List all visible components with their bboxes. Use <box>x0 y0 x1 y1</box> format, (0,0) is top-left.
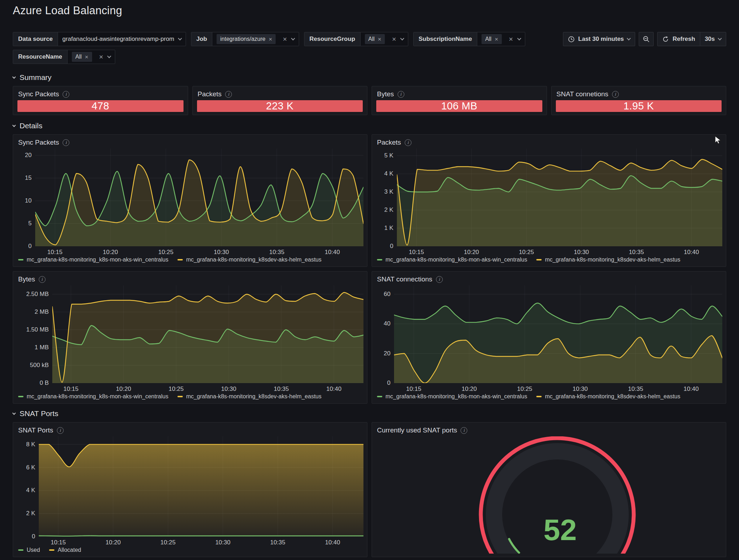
filter-resource-group: ResourceGroup All× × <box>304 32 408 46</box>
resource-name-chip[interactable]: All× <box>72 52 92 62</box>
filter-label: ResourceGroup <box>304 32 360 46</box>
details-charts: Sync Packetsi 20151050 10:1510:2010:2510… <box>13 134 726 404</box>
refresh-button[interactable]: Refresh <box>658 32 700 46</box>
svg-text:52: 52 <box>543 513 576 546</box>
info-icon[interactable]: i <box>461 427 467 434</box>
time-series-plot[interactable] <box>52 285 363 383</box>
y-axis: 2.50 MB2 MB1.50 MB1 MB500 kB0 B <box>17 285 52 383</box>
gauge-chart[interactable]: 52 <box>376 436 722 554</box>
panel-bytes-chart: Bytesi 2.50 MB2 MB1.50 MB1 MB500 kB0 B 1… <box>13 271 367 404</box>
legend-item[interactable]: mc_grafana-k8s-monitoring_k8sdev-aks-hel… <box>536 257 680 263</box>
legend: mc_grafana-k8s-monitoring_k8s-mon-aks-wi… <box>376 256 722 264</box>
stat-packets: Packetsi 223 K <box>192 86 368 115</box>
legend-item[interactable]: mc_grafana-k8s-monitoring_k8sdev-aks-hel… <box>536 393 680 400</box>
refresh-interval-value: 30s <box>705 36 715 43</box>
legend-item[interactable]: Allocated <box>49 547 81 553</box>
stat-value: 223 K <box>197 100 363 112</box>
chip-label: All <box>368 36 375 42</box>
series-swatch <box>536 396 542 397</box>
legend-item[interactable]: mc_grafana-k8s-monitoring_k8s-mon-aks-wi… <box>377 257 527 263</box>
datasource-select[interactable]: grafanacloud-awsintegrationrevamp-prom <box>58 32 186 46</box>
section-title: Details <box>20 122 42 130</box>
time-range-picker[interactable]: Last 30 minutes <box>563 32 636 46</box>
info-icon[interactable]: i <box>225 91 232 98</box>
refresh-interval-select[interactable]: 30s <box>700 32 726 46</box>
zoom-out-button[interactable] <box>639 32 654 46</box>
chevron-down-icon[interactable] <box>517 36 521 40</box>
clock-icon <box>568 36 575 43</box>
panel-sync-packets-chart: Sync Packetsi 20151050 10:1510:2010:2510… <box>13 134 367 267</box>
legend: mc_grafana-k8s-monitoring_k8s-mon-aks-wi… <box>376 393 722 400</box>
section-details[interactable]: Details <box>13 122 726 130</box>
chevron-down-icon[interactable] <box>400 36 404 40</box>
clear-icon[interactable]: × <box>99 53 103 60</box>
chip-remove-icon[interactable]: × <box>495 36 498 42</box>
clear-icon[interactable]: × <box>392 36 396 43</box>
refresh-group: Refresh 30s <box>657 32 726 46</box>
info-icon[interactable]: i <box>63 139 69 146</box>
panel-title: Sync Packets <box>18 139 59 146</box>
panel-title: Bytes <box>18 275 35 283</box>
job-chip[interactable]: integrations/azure× <box>217 34 276 44</box>
chevron-down-icon[interactable] <box>291 36 295 40</box>
legend-item[interactable]: mc_grafana-k8s-monitoring_k8s-mon-aks-wi… <box>377 393 527 400</box>
filter-label: Data source <box>13 32 58 46</box>
legend-item[interactable]: mc_grafana-k8s-monitoring_k8sdev-aks-hel… <box>177 257 321 263</box>
series-swatch <box>18 259 23 260</box>
clear-icon[interactable]: × <box>283 36 287 43</box>
time-series-plot[interactable] <box>35 149 363 246</box>
legend-label: Used <box>27 547 40 553</box>
legend-item[interactable]: mc_grafana-k8s-monitoring_k8s-mon-aks-wi… <box>18 257 168 263</box>
chevron-down-icon[interactable] <box>107 54 111 58</box>
info-icon[interactable]: i <box>57 427 64 434</box>
chevron-down-icon <box>12 411 16 415</box>
info-icon[interactable]: i <box>63 91 69 98</box>
panel-title: SNAT connections <box>377 275 432 283</box>
subscription-chip[interactable]: All× <box>482 34 502 44</box>
filter-job: Job integrations/azure× × <box>191 32 299 46</box>
time-series-plot[interactable] <box>39 436 363 537</box>
chevron-down-icon[interactable] <box>178 36 182 40</box>
chip-label: All <box>485 36 491 42</box>
stat-value: 1.95 K <box>556 100 722 112</box>
legend-item[interactable]: mc_grafana-k8s-monitoring_k8s-mon-aks-wi… <box>18 393 168 400</box>
chevron-down-icon <box>12 75 16 79</box>
series-swatch <box>18 549 23 551</box>
x-axis: 10:1510:2010:2510:3010:3510:40 <box>394 383 722 393</box>
legend: mc_grafana-k8s-monitoring_k8s-mon-aks-wi… <box>17 256 363 264</box>
x-axis: 10:1510:2010:2510:3010:3510:40 <box>39 537 363 546</box>
info-icon[interactable]: i <box>612 91 619 98</box>
y-axis: 6040200 <box>376 285 394 383</box>
legend: Used Allocated <box>17 546 363 554</box>
x-axis: 10:1510:2010:2510:3010:3510:40 <box>397 246 722 256</box>
time-series-plot[interactable] <box>394 285 722 383</box>
clear-icon[interactable]: × <box>509 36 513 43</box>
legend-label: mc_grafana-k8s-monitoring_k8sdev-aks-hel… <box>545 257 680 263</box>
panel-snat-ports-chart: SNAT Portsi 8 K6 K4 K2 K0 10:1510:2010:2… <box>13 422 367 557</box>
time-series-plot[interactable] <box>397 149 722 246</box>
chip-remove-icon[interactable]: × <box>85 54 89 60</box>
stat-sync-packets: Sync Packetsi 478 <box>13 86 188 115</box>
summary-stats: Sync Packetsi 478 Packetsi 223 K Bytesi … <box>13 86 726 115</box>
info-icon[interactable]: i <box>405 139 411 146</box>
section-summary[interactable]: Summary <box>13 73 726 82</box>
info-icon[interactable]: i <box>39 276 46 283</box>
stat-value: 478 <box>17 100 184 112</box>
dashboard-title: Azure Load Balancing <box>13 4 726 17</box>
section-snat-ports[interactable]: SNAT Ports <box>13 409 726 418</box>
legend-label: mc_grafana-k8s-monitoring_k8sdev-aks-hel… <box>186 393 321 400</box>
panel-snat-connections-chart: SNAT connectionsi 6040200 10:1510:2010:2… <box>372 271 726 404</box>
legend-item[interactable]: Used <box>18 547 40 553</box>
chip-remove-icon[interactable]: × <box>378 36 381 42</box>
resource-group-chip[interactable]: All× <box>365 34 385 44</box>
info-icon[interactable]: i <box>398 91 404 98</box>
legend-item[interactable]: mc_grafana-k8s-monitoring_k8sdev-aks-hel… <box>177 393 321 400</box>
panel-title: SNAT Ports <box>18 426 53 434</box>
filter-resource-name: ResourceName All× × <box>13 50 115 64</box>
info-icon[interactable]: i <box>436 276 443 283</box>
chip-remove-icon[interactable]: × <box>269 36 272 42</box>
panel-title: Currently used SNAT ports <box>377 426 457 434</box>
zoom-out-icon <box>643 36 650 43</box>
legend-label: mc_grafana-k8s-monitoring_k8s-mon-aks-wi… <box>386 393 527 400</box>
legend-label: Allocated <box>58 547 81 553</box>
